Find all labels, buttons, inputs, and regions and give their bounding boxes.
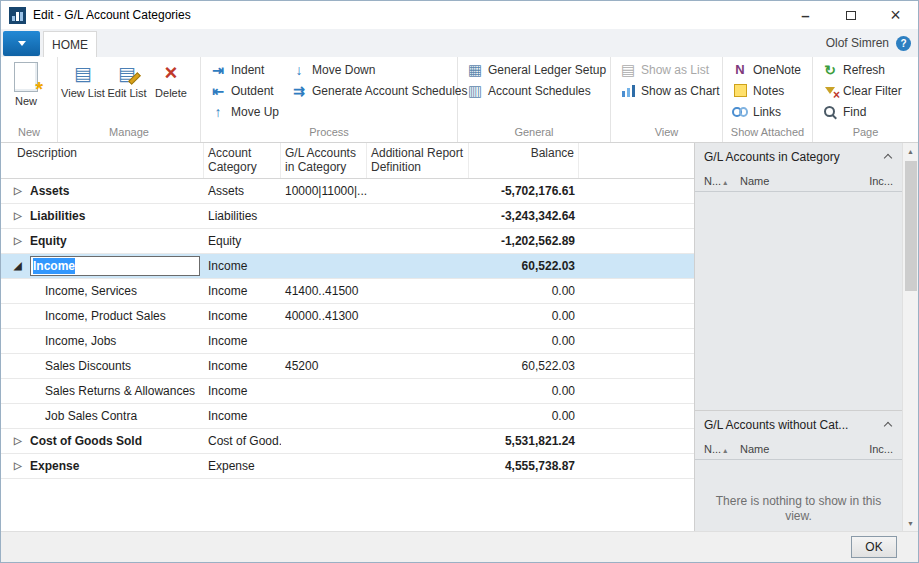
new-button[interactable]: New [4, 59, 48, 123]
column-label: N... [704, 175, 721, 187]
row-account-category: Income [204, 329, 281, 353]
table-body: AssetsAssets10000|11000|...-5,702,176.61… [1, 179, 694, 531]
notes-button[interactable]: Notes [726, 80, 807, 101]
account-schedules-button[interactable]: Account Schedules [461, 80, 612, 101]
outdent-button[interactable]: Outdent [204, 80, 285, 101]
row-account-category: Income [204, 304, 281, 328]
scroll-up-icon[interactable] [903, 143, 919, 159]
new-document-icon [14, 62, 38, 92]
ribbon: New New View List Edit List Delete [1, 57, 918, 143]
factbox-column-name[interactable]: Name [740, 175, 861, 187]
clear-filter-button[interactable]: Clear Filter [816, 80, 908, 101]
row-account-category: Income [204, 254, 281, 278]
general-ledger-setup-button[interactable]: General Ledger Setup [461, 59, 612, 80]
table-row[interactable]: LiabilitiesLiabilities-3,243,342.64 [1, 204, 694, 229]
column-header-gl-accounts[interactable]: G/L Accounts in Category [281, 143, 367, 178]
empty-view-message: There is nothing to show in this view. [695, 460, 902, 524]
row-description: Sales Returns & Allowances [45, 379, 195, 403]
maximize-icon [846, 11, 856, 20]
move-up-icon [210, 104, 226, 120]
move-up-button[interactable]: Move Up [204, 101, 285, 122]
table-row[interactable]: EquityEquity-1,202,562.89 [1, 229, 694, 254]
close-button[interactable] [873, 1, 918, 29]
column-header-account-category[interactable]: Account Category [204, 143, 281, 178]
scroll-down-icon[interactable] [903, 515, 919, 531]
generate-account-schedules-button[interactable]: Generate Account Schedules [285, 80, 473, 101]
table-row[interactable]: AssetsAssets10000|11000|...-5,702,176.61 [1, 179, 694, 204]
table-row[interactable]: Job Sales ContraIncome0.00 [1, 404, 694, 429]
account-categories-table: Description Account Category G/L Account… [1, 143, 694, 531]
indent-icon [210, 62, 226, 78]
scrollbar-thumb[interactable] [905, 161, 917, 291]
row-description-cell: Income [1, 254, 204, 278]
ribbon-group-page: Refresh Clear Filter Find Page [813, 57, 918, 142]
table-row[interactable]: Sales DiscountsIncome4520060,522.03 [1, 354, 694, 379]
move-down-button[interactable]: Move Down [285, 59, 473, 80]
table-row[interactable]: Income, JobsIncome0.00 [1, 329, 694, 354]
expand-row-icon[interactable] [14, 179, 30, 203]
notes-icon [732, 83, 748, 99]
refresh-icon [822, 62, 838, 78]
ribbon-tab-strip: HOME Olof Simren [1, 29, 918, 57]
row-description-cell: Sales Returns & Allowances [1, 379, 204, 403]
help-icon[interactable] [896, 36, 911, 51]
button-label: New [15, 95, 37, 107]
footer-bar: OK [1, 531, 918, 562]
column-header-additional-report[interactable]: Additional Report Definition [367, 143, 469, 178]
refresh-button[interactable]: Refresh [816, 59, 908, 80]
table-row[interactable]: Sales Returns & AllowancesIncome0.00 [1, 379, 694, 404]
window-controls [783, 1, 918, 29]
column-header-description[interactable]: Description [1, 143, 204, 178]
maximize-button[interactable] [828, 1, 873, 29]
tab-home[interactable]: HOME [43, 31, 97, 57]
row-gl-accounts [281, 454, 367, 478]
application-menu-button[interactable] [3, 31, 40, 56]
collapse-chevron-icon[interactable] [884, 152, 893, 161]
expand-row-icon[interactable] [14, 454, 30, 478]
row-description: Income, Services [45, 279, 137, 303]
factbox-column-no[interactable]: N... [704, 443, 740, 455]
factbox-column-no[interactable]: N... [704, 175, 740, 187]
row-balance: 60,522.03 [469, 254, 579, 278]
factbox-column-income[interactable]: Inc... [861, 175, 893, 187]
column-header-balance[interactable]: Balance [469, 143, 579, 178]
button-label: Move Down [312, 63, 375, 77]
minimize-icon [801, 7, 809, 24]
table-row[interactable]: Cost of Goods SoldCost of Good...5,531,8… [1, 429, 694, 454]
minimize-button[interactable] [783, 1, 828, 29]
chevron-down-icon [18, 41, 26, 46]
row-account-category: Assets [204, 179, 281, 203]
find-button[interactable]: Find [816, 101, 908, 122]
button-label: View List [61, 87, 105, 99]
description-edit-field[interactable]: Income [30, 256, 200, 276]
factbox-column-income[interactable]: Inc... [861, 443, 893, 455]
expand-row-icon[interactable] [14, 429, 30, 453]
expand-row-icon[interactable] [14, 229, 30, 253]
delete-button[interactable]: Delete [149, 59, 193, 123]
ribbon-group-show-attached: OneNote Notes Links Show Attached [723, 57, 813, 142]
vertical-scrollbar[interactable] [902, 143, 918, 531]
table-row[interactable]: IncomeIncome60,522.03 [1, 254, 694, 279]
ok-button[interactable]: OK [851, 536, 897, 558]
factbox-column-name[interactable]: Name [740, 443, 861, 455]
show-as-chart-button[interactable]: Show as Chart [614, 80, 726, 101]
collapse-chevron-icon[interactable] [884, 420, 893, 429]
button-label: Edit List [107, 87, 146, 99]
indent-button[interactable]: Indent [204, 59, 285, 80]
collapse-row-icon[interactable] [14, 254, 30, 278]
row-gl-accounts [281, 404, 367, 428]
expand-row-icon[interactable] [14, 204, 30, 228]
links-button[interactable]: Links [726, 101, 807, 122]
ribbon-group-process: Indent Outdent Move Up Move Down Generat… [201, 57, 458, 142]
factbox-pane: G/L Accounts in Category N... Name Inc..… [694, 143, 902, 531]
group-label-page: Page [813, 125, 918, 142]
table-row[interactable]: Income, ServicesIncome41400..415000.00 [1, 279, 694, 304]
row-account-category: Income [204, 404, 281, 428]
table-row[interactable]: ExpenseExpense4,555,738.87 [1, 454, 694, 479]
onenote-button[interactable]: OneNote [726, 59, 807, 80]
group-label-manage: Manage [58, 125, 200, 142]
view-list-button[interactable]: View List [61, 59, 105, 123]
table-row[interactable]: Income, Product SalesIncome40000..413000… [1, 304, 694, 329]
edit-list-button[interactable]: Edit List [105, 59, 149, 123]
row-gl-accounts: 40000..41300 [281, 304, 367, 328]
